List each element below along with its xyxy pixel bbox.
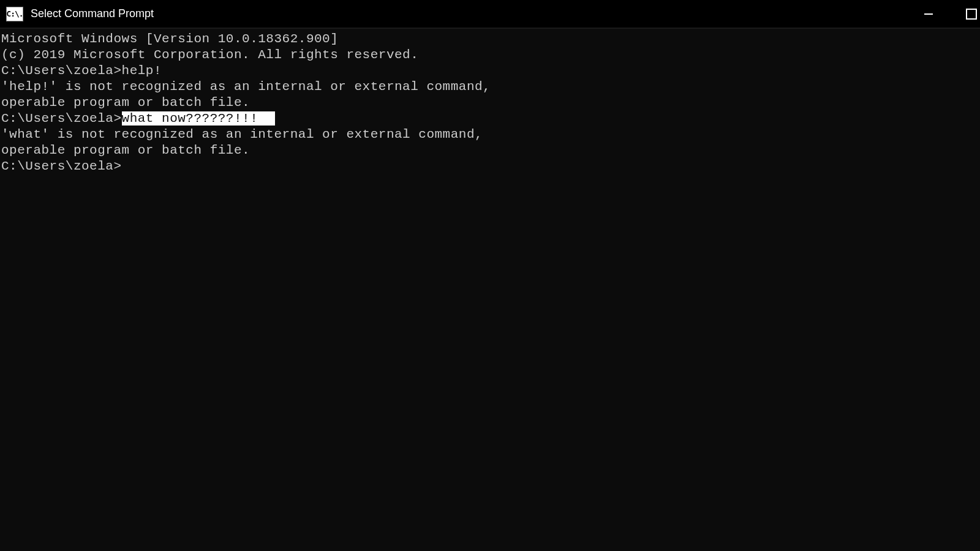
window-controls [910,0,978,28]
prompt-line: C:\Users\zoela> [1,159,980,174]
window-title: Select Command Prompt [31,7,910,20]
prompt-line: C:\Users\zoela>what now??????!!! [1,111,980,127]
selected-command-text[interactable]: what now??????!!! [122,111,276,126]
error-line: 'what' is not recognized as an internal … [1,127,980,143]
prompt: C:\Users\zoela> [1,159,122,173]
prompt: C:\Users\zoela> [1,111,122,126]
banner-line: Microsoft Windows [Version 10.0.18362.90… [1,31,980,47]
titlebar[interactable]: C:\. Select Command Prompt [0,0,980,29]
cmd-icon: C:\. [6,7,23,21]
command-text: help! [122,64,162,78]
terminal-output[interactable]: Microsoft Windows [Version 10.0.18362.90… [0,29,980,551]
error-line: operable program or batch file. [1,143,980,159]
command-prompt-window: C:\. Select Command Prompt Microsoft Win… [0,0,980,551]
maximize-button[interactable] [965,0,978,28]
minimize-button[interactable] [910,0,947,28]
error-line: 'help!' is not recognized as an internal… [1,79,980,95]
prompt-line: C:\Users\zoela>help! [1,63,980,79]
prompt: C:\Users\zoela> [1,64,122,78]
error-line: operable program or batch file. [1,95,980,111]
banner-line: (c) 2019 Microsoft Corporation. All righ… [1,47,980,63]
